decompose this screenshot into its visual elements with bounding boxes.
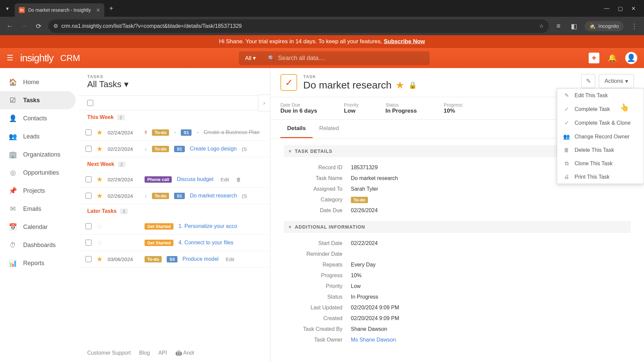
menu-print-task[interactable]: 🖨Print This Task xyxy=(557,170,644,184)
star-icon[interactable]: ★ xyxy=(97,192,103,200)
close-window-icon[interactable]: ✕ xyxy=(631,5,636,12)
footer-blog-link[interactable]: Blog xyxy=(139,350,150,356)
footer-support-link[interactable]: Customer Support xyxy=(87,350,131,356)
task-checkbox[interactable] xyxy=(86,193,92,199)
edit-link[interactable]: Edit xyxy=(220,177,229,182)
sidebar-item-reports[interactable]: 📊Reports xyxy=(0,254,79,272)
task-link[interactable]: Create Logo design xyxy=(190,146,237,152)
search-scope-dropdown[interactable]: All ▾ xyxy=(239,51,262,65)
main-content: 🏠Home ☑Tasks 👤Contacts 👥Leads 🏢Organizat… xyxy=(0,68,644,362)
crm-label: CRM xyxy=(60,53,80,63)
actions-dropdown-button[interactable]: Actions▾ xyxy=(599,74,634,88)
forward-button[interactable]: → xyxy=(19,21,29,31)
sidebar-item-projects[interactable]: 📌Projects xyxy=(0,182,79,200)
task-checkbox[interactable] xyxy=(86,146,92,152)
logo[interactable]: insightly xyxy=(20,52,53,64)
incognito-icon: 🕵 xyxy=(589,23,596,29)
add-button[interactable]: + xyxy=(589,53,599,63)
task-checkbox[interactable] xyxy=(86,240,92,246)
star-icon[interactable]: ★ xyxy=(97,128,103,136)
star-icon[interactable]: ☆ xyxy=(97,239,103,247)
expand-pane-button[interactable]: › xyxy=(258,95,270,111)
reload-button[interactable]: ⟳ xyxy=(34,21,43,31)
field-label: Last Updated xyxy=(284,305,351,311)
summary-status-label: Status xyxy=(385,102,417,108)
menu-clone-task[interactable]: ⧉Clone This Task xyxy=(557,157,644,170)
menu-complete-clone[interactable]: ✓Complete Task & Clone xyxy=(557,116,644,130)
search-box[interactable]: 🔍 xyxy=(262,51,430,65)
sidebar-item-organizations[interactable]: 🏢Organizations xyxy=(0,145,79,164)
side-panel-icon[interactable]: ◧ xyxy=(569,21,579,31)
summary-priority-label: Priority xyxy=(344,102,359,108)
minimize-icon[interactable]: — xyxy=(604,5,609,12)
task-link[interactable]: 4. Connect to your files xyxy=(178,240,233,246)
site-settings-icon[interactable]: ⚙ xyxy=(53,23,58,29)
back-button[interactable]: ← xyxy=(5,21,14,31)
tab-related[interactable]: Related xyxy=(313,120,346,138)
task-checkbox[interactable] xyxy=(86,176,92,182)
task-checkbox[interactable] xyxy=(86,129,92,135)
edit-icon-button[interactable]: ✎ xyxy=(581,74,595,88)
footer-android-link[interactable]: 🤖 Andr xyxy=(175,350,195,356)
menu-change-owner[interactable]: 👥Change Record Owner xyxy=(557,130,644,143)
menu-complete-task[interactable]: ✓Complete Task xyxy=(557,102,644,116)
favorite-star-icon[interactable]: ★ xyxy=(395,79,405,91)
menu-edit-task[interactable]: ✎Edit This Task xyxy=(557,88,644,102)
task-checkbox[interactable] xyxy=(86,223,92,229)
tab-list-dropdown[interactable]: ▾ xyxy=(3,4,11,12)
star-icon[interactable]: ★ xyxy=(97,175,103,183)
task-row[interactable]: ☆ Get Started 1. Personalize your acco xyxy=(79,218,270,235)
trash-icon[interactable]: 🗑 xyxy=(236,177,241,182)
search-input[interactable] xyxy=(278,55,424,62)
task-row[interactable]: ★ 03/06/2024 To-do S3 Produce model Edit xyxy=(79,251,270,267)
task-row[interactable]: ★ 02/26/2024 ↓ To-do S1 Do market resear… xyxy=(79,188,270,204)
sidebar-item-emails[interactable]: ✉Emails xyxy=(0,200,79,218)
badge-getstarted: Get Started xyxy=(145,240,173,246)
task-row[interactable]: ★ 02/24/2024 ‼ To-do - S1 - Create a Bus… xyxy=(79,124,270,141)
task-link[interactable]: Do market research xyxy=(190,193,237,199)
edit-link[interactable]: Edit xyxy=(226,256,234,262)
hamburger-icon[interactable]: ☰ xyxy=(7,54,13,62)
sidebar-item-tasks[interactable]: ☑Tasks xyxy=(0,91,75,109)
sidebar-item-opportunities[interactable]: ◎Opportunities xyxy=(0,164,79,182)
task-owner-link[interactable]: Ms Shane Dawson xyxy=(351,337,396,343)
footer-api-link[interactable]: API xyxy=(158,350,167,356)
section-additional-info[interactable]: ▾ADDITIONAL INFORMATION xyxy=(284,221,631,233)
list-title-dropdown[interactable]: All Tasks▾ xyxy=(87,79,262,89)
browser-menu-icon[interactable]: ⋮ xyxy=(630,21,639,31)
bookmark-star-icon[interactable]: ☆ xyxy=(539,23,544,29)
browser-tab[interactable]: in Do market research - Insightly ✕ xyxy=(15,3,104,17)
field-label: Status xyxy=(284,294,351,300)
task-row[interactable]: ★ 02/22/2024 ↓ To-do S1 Create Logo desi… xyxy=(79,141,270,157)
incognito-badge[interactable]: 🕵 Incognito xyxy=(585,21,624,31)
task-link[interactable]: Create a Business Plan xyxy=(204,129,260,135)
avatar[interactable]: 👤 xyxy=(625,52,637,64)
tab-details[interactable]: Details xyxy=(280,120,313,138)
star-icon[interactable]: ☆ xyxy=(97,222,103,230)
extensions-icon[interactable]: ≡ xyxy=(554,21,563,31)
select-all-checkbox[interactable] xyxy=(87,100,93,106)
sidebar-item-home[interactable]: 🏠Home xyxy=(0,73,79,91)
tab-close-icon[interactable]: ✕ xyxy=(96,7,100,13)
task-link[interactable]: Produce model xyxy=(182,256,219,262)
sidebar-item-calendar[interactable]: 📅Calendar xyxy=(0,218,79,236)
new-tab-button[interactable]: + xyxy=(109,5,113,12)
task-link[interactable]: Discuss budget xyxy=(177,176,213,182)
subscribe-link[interactable]: Subscribe Now xyxy=(384,38,425,45)
star-icon[interactable]: ★ xyxy=(97,255,103,263)
sidebar-item-contacts[interactable]: 👤Contacts xyxy=(0,109,79,127)
task-row[interactable]: ☆ Get Started 4. Connect to your files xyxy=(79,235,270,251)
url-box[interactable]: ⚙ crm.na1.insightly.com/list/Task/?v=com… xyxy=(48,19,549,33)
sidebar-item-leads[interactable]: 👥Leads xyxy=(0,127,79,145)
star-icon[interactable]: ★ xyxy=(97,145,103,153)
field-label: Created xyxy=(284,315,351,321)
task-row[interactable]: ★ 02/29/2024 Phone call Discuss budget E… xyxy=(79,171,270,188)
notifications-icon[interactable]: 🔔 xyxy=(608,54,617,62)
sidebar-item-dashboards[interactable]: ⏱Dashboards xyxy=(0,236,79,254)
task-checkbox[interactable] xyxy=(86,256,92,262)
field-value: Shane Dawson xyxy=(351,326,387,332)
task-link[interactable]: 1. Personalize your acco xyxy=(178,223,237,229)
menu-delete-task[interactable]: 🗑Delete This Task xyxy=(557,143,644,157)
maximize-icon[interactable]: ▢ xyxy=(618,5,623,12)
contacts-icon: 👤 xyxy=(8,114,17,123)
